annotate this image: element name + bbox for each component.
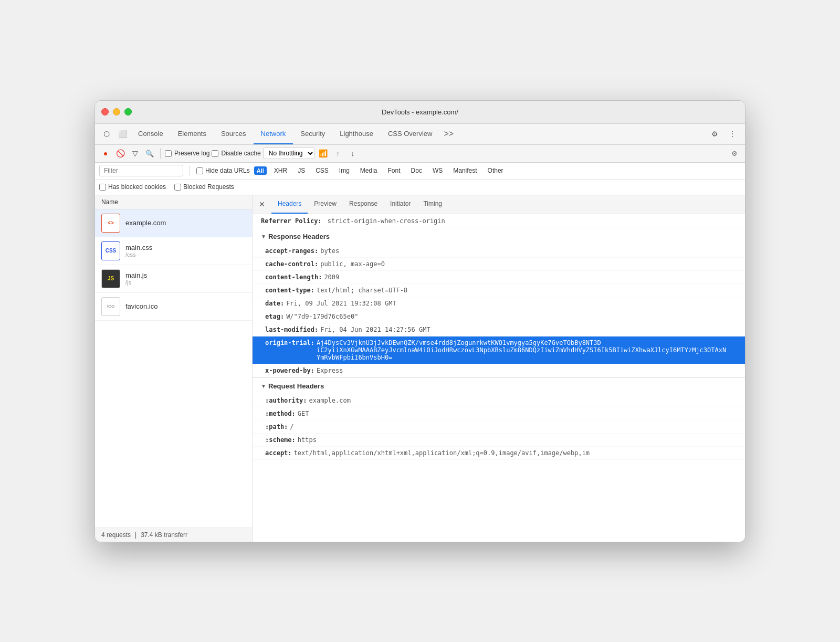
request-section-title: Request Headers (268, 382, 324, 390)
tab-preview[interactable]: Preview (308, 195, 343, 214)
blocked-requests-input[interactable] (174, 184, 181, 191)
tab-initiator[interactable]: Initiator (384, 195, 417, 214)
file-info: example.com (125, 219, 166, 227)
filter-manifest[interactable]: Manifest (450, 166, 480, 175)
devtools-window: DevTools - example.com/ ⬡ ⬜ Console Elem… (94, 100, 746, 542)
wifi-icon[interactable]: 📶 (317, 147, 330, 160)
header-value: text/html,application/xhtml+xml,applicat… (294, 449, 590, 457)
has-blocked-cookies-label: Has blocked cookies (108, 183, 166, 191)
filter-media[interactable]: Media (357, 166, 381, 175)
file-info: favicon.ico (125, 302, 158, 310)
maximize-button[interactable] (124, 108, 132, 115)
more-options-icon[interactable]: ⋮ (725, 127, 740, 141)
tab-lighthouse[interactable]: Lighthouse (332, 124, 381, 144)
header-key: :method: (265, 410, 296, 417)
filter-img[interactable]: Img (336, 166, 353, 175)
tab-response[interactable]: Response (343, 195, 384, 214)
file-name: main.css (125, 244, 152, 251)
header-value: Express (317, 367, 343, 374)
panel-close-icon[interactable]: ✕ (257, 199, 267, 209)
filter-xhr[interactable]: XHR (271, 166, 290, 175)
referrer-policy-value: strict-origin-when-cross-origin (328, 217, 445, 225)
filter-bar: Hide data URLs All XHR JS CSS Img Media … (95, 163, 745, 180)
tab-network[interactable]: Network (254, 124, 293, 144)
panel-tabs: ✕ Headers Preview Response Initiator Tim… (253, 195, 745, 214)
file-path: /css (125, 251, 152, 258)
download-icon[interactable]: ↓ (346, 147, 359, 160)
blocked-bar: Has blocked cookies Blocked Requests (95, 180, 745, 195)
preserve-log-input[interactable] (165, 150, 172, 157)
header-key: last-modified: (265, 326, 318, 333)
header-key: content-type: (265, 287, 314, 294)
tab-headers[interactable]: Headers (271, 195, 308, 214)
filter-ws[interactable]: WS (429, 166, 446, 175)
blocked-requests-checkbox[interactable]: Blocked Requests (174, 183, 234, 191)
header-key: origin-trial: (265, 339, 314, 346)
minimize-button[interactable] (113, 108, 120, 115)
settings-gear-icon[interactable]: ⚙ (707, 127, 722, 141)
tabs-overflow[interactable]: >> (439, 129, 458, 139)
header-row: content-type: text/html; charset=UTF-8 (253, 284, 745, 297)
filter-css[interactable]: CSS (312, 166, 332, 175)
request-headers-section[interactable]: ▼ Request Headers (253, 378, 745, 394)
preserve-log-checkbox[interactable]: Preserve log (165, 150, 209, 157)
tab-console[interactable]: Console (131, 124, 171, 144)
tab-css-overview[interactable]: CSS Overview (381, 124, 440, 144)
throttle-select[interactable]: No throttling (263, 148, 315, 159)
upload-icon[interactable]: ↑ (332, 147, 344, 160)
header-value: bytes (320, 247, 339, 255)
network-settings-icon[interactable]: ⚙ (728, 147, 741, 160)
filter-icon[interactable]: ▽ (129, 147, 141, 160)
record-button[interactable]: ● (99, 147, 112, 160)
list-item[interactable]: JS main.js /js (95, 265, 252, 293)
search-icon[interactable]: 🔍 (143, 147, 156, 160)
header-key: accept-ranges: (265, 247, 318, 255)
devtools-tab-bar: ⬡ ⬜ Console Elements Sources Network Sec… (95, 124, 745, 145)
tab-timing[interactable]: Timing (417, 195, 448, 214)
file-info: main.css /css (125, 244, 152, 258)
all-badge[interactable]: All (254, 166, 267, 175)
header-value: example.com (309, 397, 350, 404)
hide-data-urls-input[interactable] (196, 167, 203, 174)
header-value: text/html; charset=UTF-8 (317, 287, 407, 294)
filter-input[interactable] (99, 165, 183, 176)
tab-sources[interactable]: Sources (214, 124, 254, 144)
header-value: 2009 (324, 273, 339, 281)
hide-data-urls-checkbox[interactable]: Hide data URLs (196, 167, 250, 174)
traffic-lights (101, 108, 132, 115)
filter-doc[interactable]: Doc (408, 166, 425, 175)
filter-font[interactable]: Font (385, 166, 404, 175)
header-key: accept: (265, 449, 292, 457)
file-info: main.js /js (125, 271, 147, 286)
header-row-highlighted[interactable]: origin-trial: Aj4DysCv3VjknU3jJvkDEwnQZK… (253, 336, 745, 364)
filter-other[interactable]: Other (485, 166, 507, 175)
header-row: x-powered-by: Express (253, 364, 745, 377)
close-button[interactable] (101, 108, 109, 115)
list-item[interactable]: ICO favicon.ico (95, 293, 252, 321)
disable-cache-input[interactable] (212, 150, 218, 157)
header-key: content-length: (265, 273, 322, 281)
device-icon[interactable]: ⬜ (115, 127, 130, 141)
list-item[interactable]: CSS main.css /css (95, 237, 252, 265)
file-list: <> example.com CSS main.css /css JS main… (95, 209, 252, 528)
divider-1 (160, 148, 161, 159)
list-item[interactable]: <> example.com (95, 209, 252, 237)
cursor-icon[interactable]: ⬡ (99, 127, 114, 141)
header-value: Fri, 04 Jun 2021 14:27:56 GMT (320, 326, 430, 333)
response-section-title: Response Headers (268, 233, 330, 240)
filter-js[interactable]: JS (295, 166, 308, 175)
footer-transfer: 37.4 kB transferr (141, 531, 187, 539)
clear-button[interactable]: 🚫 (114, 147, 127, 160)
tabs-list: Console Elements Sources Network Securit… (131, 124, 707, 144)
has-blocked-cookies-checkbox[interactable]: Has blocked cookies (99, 183, 166, 191)
disable-cache-checkbox[interactable]: Disable cache (212, 150, 260, 157)
header-row: etag: W/"7d9-179d76c65e0" (253, 310, 745, 323)
has-blocked-cookies-input[interactable] (99, 184, 106, 191)
tab-security[interactable]: Security (293, 124, 332, 144)
header-key: x-powered-by: (265, 367, 314, 374)
file-name: main.js (125, 271, 147, 279)
response-headers-section[interactable]: ▼ Response Headers (253, 228, 745, 245)
tab-elements[interactable]: Elements (171, 124, 214, 144)
file-name: favicon.ico (125, 302, 158, 310)
hide-data-urls-label: Hide data URLs (205, 167, 250, 174)
